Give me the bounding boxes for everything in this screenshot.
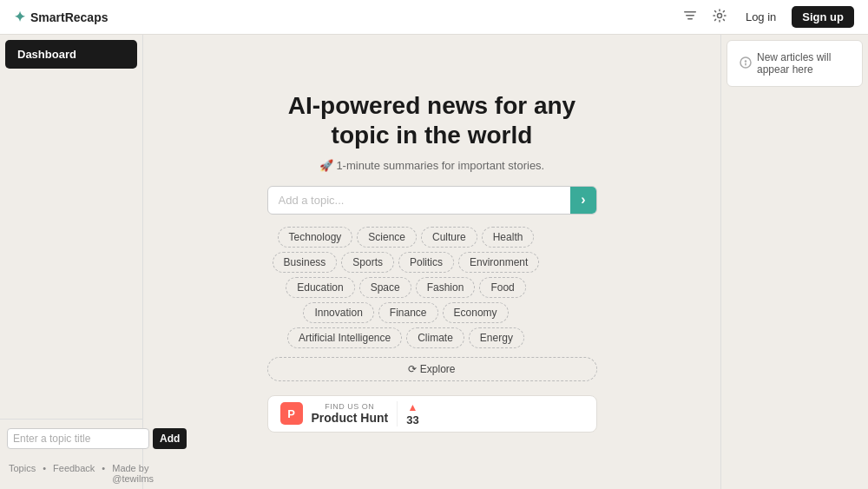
main-layout: Dashboard Add Topics • Feedback • Made b… bbox=[0, 35, 868, 489]
svg-point-5 bbox=[745, 60, 746, 62]
new-articles-notice[interactable]: New articles will appear here bbox=[727, 40, 863, 87]
svg-rect-6 bbox=[745, 63, 746, 65]
header-actions: Log in Sign up bbox=[680, 5, 854, 30]
signup-button[interactable]: Sign up bbox=[792, 6, 854, 28]
product-hunt-number: 33 bbox=[406, 413, 418, 426]
tag-culture[interactable]: Culture bbox=[421, 227, 477, 248]
sidebar-footer: Topics • Feedback • Made by @tewilms bbox=[0, 458, 142, 489]
product-hunt-text: FIND US ON Product Hunt bbox=[312, 402, 389, 425]
tag-sports[interactable]: Sports bbox=[341, 252, 394, 273]
app-header: ✦ SmartRecaps Log in Sign up bbox=[0, 0, 868, 35]
sidebar-add-input-row: Add bbox=[7, 428, 135, 449]
sidebar-bottom-section: Add Topics • Feedback • Made by @tewilms bbox=[0, 419, 142, 489]
tag-innovation[interactable]: Innovation bbox=[303, 302, 373, 323]
tag-finance[interactable]: Finance bbox=[378, 302, 438, 323]
logo-text: SmartRecaps bbox=[30, 10, 108, 24]
tag-education[interactable]: Education bbox=[286, 277, 354, 298]
explore-button[interactable]: ⟳ Explore bbox=[267, 357, 597, 381]
product-hunt-name: Product Hunt bbox=[312, 411, 389, 425]
right-panel: New articles will appear here bbox=[720, 35, 868, 489]
tag-energy[interactable]: Energy bbox=[469, 327, 524, 348]
new-articles-text: New articles will appear here bbox=[757, 51, 850, 76]
tag-climate[interactable]: Climate bbox=[406, 327, 464, 348]
product-hunt-count: ▲ 33 bbox=[397, 401, 418, 426]
tag-politics[interactable]: Politics bbox=[398, 252, 454, 273]
tag-space[interactable]: Space bbox=[359, 277, 411, 298]
footer-feedback-link[interactable]: Feedback bbox=[53, 463, 95, 484]
topic-search-button[interactable]: › bbox=[570, 187, 595, 214]
svg-point-4 bbox=[740, 57, 751, 68]
tag-economy[interactable]: Economy bbox=[443, 302, 509, 323]
tag-food[interactable]: Food bbox=[479, 277, 525, 298]
notice-icon bbox=[740, 56, 752, 71]
tag-environment[interactable]: Environment bbox=[458, 252, 539, 273]
tag-ai[interactable]: Artificial Intelligence bbox=[287, 327, 402, 348]
sidebar-top: Dashboard bbox=[0, 35, 142, 74]
sidebar: Dashboard Add Topics • Feedback • Made b… bbox=[0, 35, 143, 489]
svg-rect-0 bbox=[684, 11, 696, 13]
product-hunt-icon: P bbox=[280, 402, 303, 425]
tag-fashion[interactable]: Fashion bbox=[416, 277, 476, 298]
sidebar-item-dashboard[interactable]: Dashboard bbox=[5, 40, 137, 69]
hero-subtitle: 🚀 1-minute summaries for important stori… bbox=[267, 159, 597, 172]
topic-title-input[interactable] bbox=[7, 428, 149, 449]
svg-rect-2 bbox=[687, 18, 693, 20]
sidebar-add-section: Add bbox=[0, 419, 142, 458]
tag-technology[interactable]: Technology bbox=[278, 227, 353, 248]
footer-topics-link[interactable]: Topics bbox=[9, 463, 36, 484]
product-hunt-find-label: FIND US ON bbox=[312, 402, 389, 411]
tag-health[interactable]: Health bbox=[482, 227, 535, 248]
product-hunt-arrow-icon: ▲ bbox=[407, 401, 418, 413]
hero-title: AI-powered news for any topic in the wor… bbox=[267, 91, 597, 149]
svg-rect-1 bbox=[686, 15, 694, 17]
filter-icon-button[interactable] bbox=[680, 5, 700, 30]
main-content: AI-powered news for any topic in the wor… bbox=[143, 35, 720, 489]
tag-science[interactable]: Science bbox=[357, 227, 417, 248]
footer-sep2: • bbox=[102, 463, 105, 484]
topics-tag-grid: Technology Science Culture Health Busine… bbox=[267, 227, 545, 348]
tag-business[interactable]: Business bbox=[273, 252, 338, 273]
hero-section: AI-powered news for any topic in the wor… bbox=[267, 91, 597, 432]
app-logo: ✦ SmartRecaps bbox=[14, 9, 108, 25]
settings-icon-button[interactable] bbox=[709, 5, 730, 30]
login-button[interactable]: Log in bbox=[739, 7, 783, 27]
logo-icon: ✦ bbox=[14, 9, 25, 25]
footer-sep1: • bbox=[43, 463, 46, 484]
svg-point-3 bbox=[717, 13, 721, 17]
topic-search-input[interactable] bbox=[268, 187, 571, 214]
product-hunt-badge[interactable]: P FIND US ON Product Hunt ▲ 33 bbox=[267, 395, 597, 433]
topic-search-bar: › bbox=[267, 186, 597, 215]
